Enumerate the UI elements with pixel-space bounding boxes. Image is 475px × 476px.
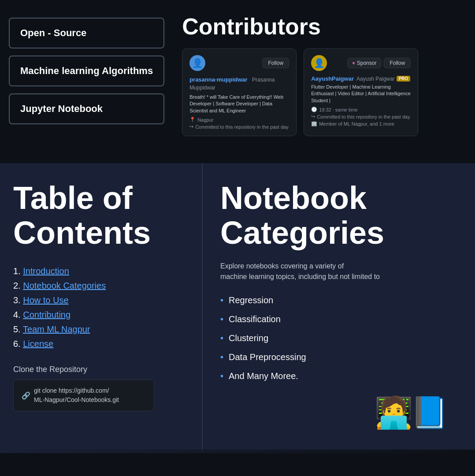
tag-ml-algorithms: Machine learning Algorithms [9,56,164,86]
meta-aayush: 🕐 19:32 · same time ↪ Committed to this … [311,107,411,126]
clock-icon: 🕐 [311,107,317,112]
toc-item-3: 3. How to Use [13,295,189,305]
avatar-aayush: 👤 [311,55,327,71]
tag-open-source: Open - Source [9,18,164,48]
commit-prasanna: ↪ Committed to this repository in the pa… [189,124,289,130]
fullname-aayush: Aayush Paigwar [356,76,395,82]
bullet-2: • [220,314,223,324]
category-label-1: Regression [229,295,273,305]
person-laptop-emoji: 🧑‍💻 [375,394,413,431]
toc-title: Table ofContents [13,181,189,250]
avatar-prasanna: 👤 [189,55,205,71]
pro-badge: PRO [397,76,411,82]
clone-icon: 🔗 [22,391,30,400]
member-aayush: 🏢 Member of ML Nagpur, and 1 more [311,121,411,126]
top-section: Open - SourceMachine learning Algorithms… [0,0,475,163]
clone-box: 🔗 git clone https://github.com/ML-Nagpur… [13,379,154,411]
contributors-title: Contributors [182,13,466,40]
bullet-4: • [220,352,223,362]
toc-link-5[interactable]: Team ML Nagpur [23,324,90,334]
contributor-card-aayush: 👤 ♥ Sponsor Follow AayushPaigwar Aayush … [304,48,418,136]
username-prasanna: prasanna-muppidwar [189,76,247,83]
category-item-3: •Clustering [220,333,462,343]
bullet-3: • [220,333,223,343]
left-tags: Open - SourceMachine learning Algorithms… [9,13,164,154]
category-label-3: Clustering [229,333,268,343]
toc-item-6: 6. License [13,339,189,349]
toc-item-5: 5. Team ML Nagpur [13,324,189,335]
contributor-card-prasanna: 👤 Follow prasanna-muppidwar Prasanna Mup… [182,48,297,136]
follow-button-aayush[interactable]: Follow [384,58,411,68]
emoji-decoration: 🧑‍💻 📘 [220,394,462,431]
categories-description: Explore notebooks covering a variety ofm… [220,261,462,282]
categories-title: NotebookCategories [220,181,462,250]
category-item-2: •Classification [220,314,462,324]
commit-aayush: ↪ Committed to this repository in the pa… [311,114,411,119]
toc-link-4[interactable]: Contributing [23,310,71,320]
bullet-5: • [220,371,223,381]
category-label-5: And Many Moree. [229,371,298,381]
sponsor-button-aayush[interactable]: ♥ Sponsor [347,58,381,68]
location-icon: 📍 [189,117,196,123]
role-aayush: Flutter Developer | Machine Learning Ent… [311,84,411,104]
commit-icon-2: ↪ [311,114,315,119]
clone-text: git clone https://github.com/ML-Nagpur/C… [34,386,119,405]
tag-jupyter-notebook: Jupyter Notebook [9,93,164,124]
category-label-2: Classification [229,314,281,324]
toc-panel: Table ofContents 1. Introduction2. Noteb… [0,163,203,450]
toc-list: 1. Introduction2. Notebook Categories3. … [13,266,189,349]
bottom-section: Table ofContents 1. Introduction2. Noteb… [0,163,475,450]
toc-link-6[interactable]: License [23,339,53,349]
toc-item-1: 1. Introduction [13,266,189,276]
heart-icon: ♥ [352,60,355,66]
follow-button-prasanna[interactable]: Follow [262,58,289,68]
member-icon: 🏢 [311,121,317,126]
category-item-5: •And Many Moree. [220,371,462,381]
commit-icon: ↪ [189,124,193,130]
toc-link-1[interactable]: Introduction [23,266,69,276]
time-aayush: 🕐 19:32 · same time [311,107,411,112]
contributor-cards: 👤 Follow prasanna-muppidwar Prasanna Mup… [182,48,466,136]
category-item-1: •Regression [220,295,462,305]
contributors-area: Contributors 👤 Follow prasanna-muppidwar… [173,13,466,154]
bio-prasanna: Breath! * will Take Care of Everything!!… [189,94,289,114]
toc-link-2[interactable]: Notebook Categories [23,281,106,290]
toc-item-2: 2. Notebook Categories [13,281,189,291]
category-label-4: Data Preprocessing [229,352,306,362]
toc-item-4: 4. Contributing [13,310,189,320]
book-emoji: 📘 [410,394,449,431]
categories-list: •Regression•Classification•Clustering•Da… [220,295,462,381]
category-item-4: •Data Preprocessing [220,352,462,362]
bottom-bar [0,450,475,453]
bullet-1: • [220,295,223,305]
aayush-btn-group: ♥ Sponsor Follow [347,58,411,68]
clone-label: Clone the Repository [13,365,189,374]
username-aayush: AayushPaigwar [311,75,354,82]
toc-link-3[interactable]: How to Use [23,295,68,305]
categories-panel: NotebookCategories Explore notebooks cov… [203,163,475,450]
location-prasanna: 📍 Nagpur [189,117,289,123]
meta-prasanna: 📍 Nagpur ↪ Committed to this repository … [189,117,289,130]
